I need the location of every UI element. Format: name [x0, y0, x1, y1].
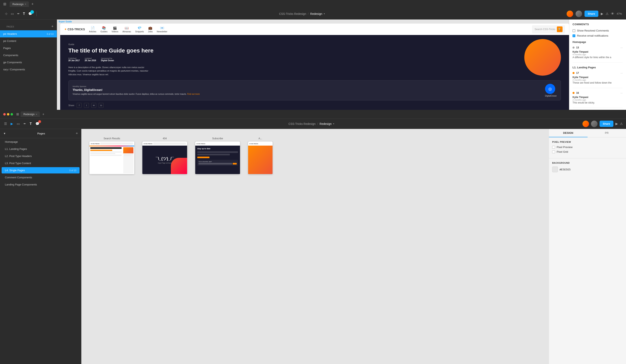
sidebar-item-rary-components[interactable]: rary / Components [0, 66, 57, 73]
email-notifications-option[interactable]: ✓ Receive email notifications [573, 34, 623, 37]
comment-menu-16[interactable]: ··· [620, 91, 623, 95]
nav-almanac[interactable]: 📖 Almanac [122, 26, 131, 33]
bottom-hamburger-icon[interactable]: ☰ [3, 121, 8, 126]
comment-time-13: 4 months ago [573, 53, 623, 56]
show-resolved-option[interactable]: Show Resolved Comments [573, 29, 623, 32]
nav-jobs[interactable]: 💼 Jobs [148, 26, 153, 33]
search-button[interactable]: 🔍 [557, 26, 563, 32]
nav-newsletter[interactable]: 📧 Newsletter [157, 26, 167, 33]
page-item-l2[interactable]: L2. Post Type Headers [0, 153, 81, 160]
bottom-sidebar-add[interactable]: + [76, 131, 78, 136]
bottom-left-sidebar: ▼ Pages + Homepage L1. Landing Pages L2.… [0, 129, 81, 364]
bg-hex-value[interactable]: #E5E5E5 [559, 168, 571, 171]
search-box[interactable]: Search CSS-Tricks 🔍 [532, 25, 565, 33]
comment-dot-13 [573, 46, 575, 49]
bottom-warn-icon[interactable]: ⚠ [620, 122, 623, 126]
find-out-more-link[interactable]: Find out more [187, 93, 200, 95]
nav-snippets[interactable]: 💎 Snippets [135, 26, 144, 33]
card-label-art: A... [259, 137, 262, 140]
show-resolved-checkbox[interactable] [573, 29, 575, 32]
sidebar-item-label-5: rary / Components [3, 68, 25, 71]
top-tab-close[interactable]: × [25, 3, 26, 5]
design-tab[interactable]: DESIGN [549, 129, 587, 137]
bottom-comment-tool[interactable]: 💬 ! [35, 121, 40, 126]
newsletter-icon: 📧 [157, 26, 167, 30]
bottom-tab[interactable]: Redesign × [21, 112, 40, 117]
share-button[interactable]: Share [585, 11, 598, 17]
nav-articles[interactable]: 📄 Articles [89, 26, 96, 33]
bottom-tab-close[interactable]: × [36, 113, 37, 116]
comment-author-17: Kylie Timpani [573, 76, 623, 79]
thumbnail-subscribe[interactable]: ★ CSS-TRICKS Stay up to date You're subs… [195, 142, 240, 174]
email-icon[interactable]: ✉ [91, 103, 96, 108]
comment-badge: ! [30, 10, 34, 14]
thanks-title: Thanks, DigitalOcean! [73, 88, 541, 91]
thumbnail-art[interactable]: ★ CSS-TRICKS [248, 142, 273, 174]
comment-menu-13[interactable]: ··· [620, 46, 623, 49]
text-tool-icon[interactable]: T [22, 11, 26, 16]
play-icon[interactable]: ▶ [601, 12, 603, 16]
twitter-icon[interactable]: t [84, 103, 89, 108]
zoom-level[interactable]: 47% [617, 12, 622, 15]
top-tab-add[interactable]: + [31, 2, 34, 6]
sidebar-item-pe-headers[interactable]: pe Headers 3 of 13 [0, 30, 57, 38]
bottom-select-tool[interactable]: ▶ [10, 121, 14, 126]
guide-graphic [520, 43, 561, 76]
sidebar-item-pe-content[interactable]: pe Content [0, 38, 57, 44]
page-item-l3[interactable]: L3. Post Type Content [0, 160, 81, 167]
thumbnail-404[interactable]: ★ CSS-TRICKS ¯\_(ツ)_/¯ Oops! Page not fo… [142, 142, 187, 174]
thumbnail-search[interactable]: ★ CSS-TRICKS [89, 142, 134, 174]
page-item-comment-components[interactable]: Comment Components [0, 174, 81, 181]
bottom-share-button[interactable]: Share [600, 121, 613, 127]
sidebar-item-components[interactable]: Components [0, 52, 57, 59]
linkedin-icon[interactable]: in [99, 103, 104, 108]
facebook-icon[interactable]: f [77, 103, 81, 108]
updated-label: Updated [85, 57, 96, 59]
frame-tool-icon[interactable]: ▭ [10, 11, 15, 16]
pixel-preview-checkbox[interactable] [552, 146, 555, 149]
page-item-landing-components[interactable]: Landing Page Components [0, 181, 81, 188]
tl-green[interactable] [11, 113, 13, 116]
top-right-actions: Share ▶ ⚠ 👁 47% [567, 11, 622, 17]
comment-tool-icon[interactable]: 💬 ! [28, 11, 33, 16]
page-chevron[interactable]: ▾ [324, 13, 325, 15]
bottom-frame-tool[interactable]: ▭ [16, 121, 21, 126]
pen-tool-icon[interactable]: ✒ [16, 11, 21, 16]
grid-icon[interactable]: ⊞ [3, 2, 6, 6]
bottom-tab-label: Redesign [23, 113, 35, 116]
bottom-page-name: Redesign [319, 122, 332, 125]
prototype-tab[interactable]: PR [587, 129, 626, 137]
do-name: DigitalOcean [545, 95, 557, 97]
nav-videos[interactable]: 🎬 Videos [112, 26, 118, 33]
pixel-grid-checkbox[interactable] [552, 151, 555, 153]
bottom-page-chevron[interactable]: ▾ [333, 123, 334, 125]
comment-menu-17[interactable]: ··· [620, 71, 623, 75]
bg-color-swatch[interactable] [552, 166, 558, 172]
bottom-titlebar: ⊞ Redesign × + [0, 110, 626, 119]
page-item-l4[interactable]: L4. Single Pages 5 of 13 [2, 167, 79, 173]
email-notifications-checkbox[interactable]: ✓ [573, 34, 575, 37]
page-item-l1[interactable]: L1. Landing Pages [0, 145, 81, 153]
sidebar-item-pages[interactable]: Pages [0, 44, 57, 52]
eye-icon[interactable]: 👁 [611, 12, 614, 16]
tl-yellow[interactable] [7, 113, 9, 116]
page-name: Redesign [310, 12, 322, 15]
pixel-preview-label: Pixel Preview [557, 146, 573, 149]
nav-guides[interactable]: 📚 Guides [100, 26, 108, 33]
move-tool-icon[interactable]: ⊹ [4, 11, 8, 16]
bottom-grid-icon[interactable]: ⊞ [16, 112, 19, 116]
sidebar-add-icon[interactable]: + [51, 24, 53, 29]
page-item-homepage[interactable]: Homepage [0, 138, 81, 145]
bottom-pen-tool[interactable]: ✒ [23, 121, 27, 126]
sponsor-name: Digital Ocean [101, 59, 114, 62]
bottom-play-icon[interactable]: ▶ [615, 122, 618, 126]
sidebar-item-ge-components[interactable]: ge Components [0, 59, 57, 66]
tl-red[interactable] [3, 113, 6, 116]
warn-icon[interactable]: ⚠ [606, 12, 609, 16]
bottom-text-tool[interactable]: T [29, 121, 33, 126]
updated-meta: Updated 28 Jan 2018 [85, 57, 96, 62]
top-tab[interactable]: Redesign × [9, 1, 29, 7]
thumb-inner-404: ★ CSS-TRICKS ¯\_(ツ)_/¯ Oops! Page not fo… [142, 142, 187, 174]
bottom-tab-add[interactable]: + [42, 113, 44, 116]
guide-hero: Guide The title of the Guide goes here P… [60, 35, 569, 80]
